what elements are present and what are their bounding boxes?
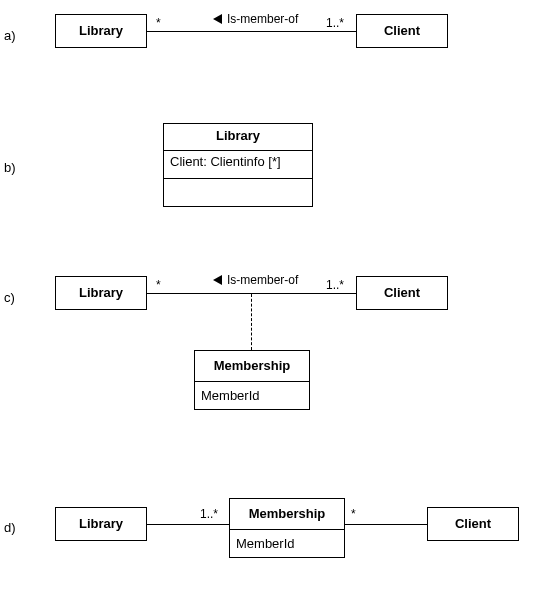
class-client-a: Client [356,14,448,48]
class-library-d: Library [55,507,147,541]
class-name: Library [79,23,123,38]
class-library-a: Library [55,14,147,48]
assoc-name-a: Is-member-of [227,12,298,26]
mult-left-a: * [156,16,161,30]
class-name: Membership [195,351,309,381]
mult-left-d: 1..* [200,507,218,521]
direction-arrow-icon [213,275,222,285]
class-client-d: Client [427,507,519,541]
assoc-class-membership: Membership MemberId [194,350,310,410]
assoc-line-a [147,31,356,32]
row-label-d: d) [4,520,16,535]
mult-left-c: * [156,278,161,292]
mult-right-c: 1..* [326,278,344,292]
class-name: Library [79,516,123,531]
assoc-line-d-right [345,524,427,525]
assoc-class-link [251,294,252,350]
class-name: Client [455,516,491,531]
class-attribute: MemberId [195,381,309,411]
row-label-b: b) [4,160,16,175]
class-client-c: Client [356,276,448,310]
assoc-line-d-left [147,524,229,525]
mult-right-a: 1..* [326,16,344,30]
mult-right-d: * [351,507,356,521]
class-attribute: MemberId [230,529,344,559]
class-name: Membership [230,499,344,529]
assoc-name-c: Is-member-of [227,273,298,287]
class-membership-d: Membership MemberId [229,498,345,558]
direction-arrow-icon [213,14,222,24]
class-attribute: Client: Clientinfo [*] [164,150,312,178]
row-label-c: c) [4,290,15,305]
class-library-b: Library Client: Clientinfo [*] [163,123,313,207]
row-label-a: a) [4,28,16,43]
class-name: Library [164,124,312,150]
class-name: Library [79,285,123,300]
class-name: Client [384,23,420,38]
class-name: Client [384,285,420,300]
diagram-canvas: a) Library Client Is-member-of * 1..* b)… [0,0,549,592]
class-library-c: Library [55,276,147,310]
